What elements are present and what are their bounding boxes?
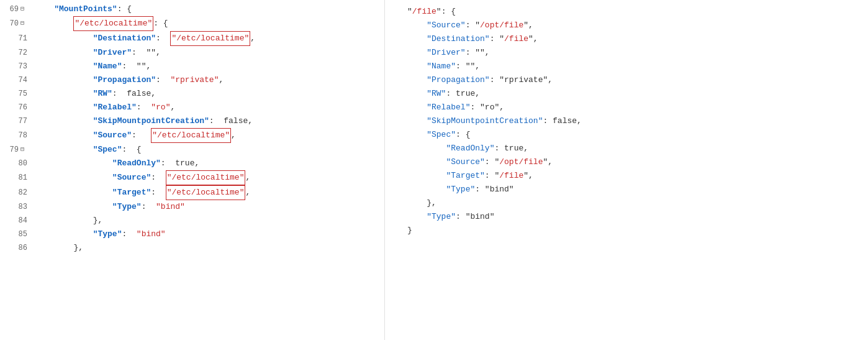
table-row: "Source": "/opt/file",	[407, 155, 868, 169]
code-token: "Name"	[427, 62, 456, 71]
code-token: ,	[248, 116, 253, 126]
line-content: "Type": "bind"	[407, 183, 868, 196]
table-row: 80 "ReadOnly": true,	[0, 157, 384, 170]
code-token: "Type"	[112, 202, 142, 211]
code-token: : "",	[122, 62, 151, 71]
code-token: : "ro",	[470, 103, 504, 112]
fold-icon[interactable]: ⊟	[19, 6, 26, 13]
line-number: 77	[0, 114, 32, 128]
code-token: : "	[466, 21, 480, 30]
code-token: ",	[523, 171, 533, 180]
code-token: ": {	[436, 7, 456, 16]
code-token: "ReadOnly"	[446, 144, 494, 153]
code-token: ,	[245, 173, 250, 182]
code-token: :	[151, 173, 165, 182]
code-token: "Type"	[93, 229, 122, 239]
line-content: "Source": "/etc/localtime",	[32, 170, 384, 185]
code-token: ,	[194, 159, 199, 168]
code-token: "Propagation"	[93, 75, 156, 85]
code-token: "SkipMountpointCreation"	[93, 116, 209, 126]
highlighted-value: "/etc/localtime"	[166, 185, 246, 200]
table-row: }	[407, 224, 868, 237]
table-row: "Name": "",	[407, 60, 868, 73]
line-content: },	[32, 241, 384, 255]
code-token: : {	[122, 145, 141, 154]
code-token: "Destination"	[93, 34, 156, 43]
line-content: "Name": "",	[32, 60, 384, 73]
table-row: "Type": "bind"	[407, 210, 868, 224]
table-row: "Spec": {	[407, 128, 868, 142]
code-token: },	[93, 216, 103, 225]
line-number: 72	[0, 46, 32, 60]
table-row: 76 "Relabel": "ro",	[0, 101, 384, 114]
code-token: : "",	[466, 48, 490, 57]
line-content: "Spec": {	[407, 128, 868, 142]
line-content: "Source": "/opt/file",	[407, 155, 868, 169]
fold-icon[interactable]: ⊟	[19, 20, 26, 27]
table-row: 72 "Driver": "",	[0, 46, 384, 60]
line-number: 83	[0, 200, 32, 214]
table-row: 74 "Propagation": "rprivate",	[0, 73, 384, 87]
code-token: "ReadOnly"	[112, 159, 161, 168]
line-number: 85	[0, 227, 32, 241]
line-number: 71	[0, 32, 32, 45]
fold-icon[interactable]: ⊟	[19, 146, 26, 154]
line-number: 81	[0, 171, 32, 185]
code-token: ,	[231, 131, 236, 140]
code-token: /file	[499, 171, 523, 180]
code-token: :	[112, 89, 127, 98]
line-number: 73	[0, 60, 32, 73]
code-token: },	[427, 198, 436, 208]
table-row: "/file": {	[407, 5, 868, 19]
code-token: : "rprivate",	[490, 75, 553, 85]
line-number: 86	[0, 241, 32, 255]
line-content: "Relabel": "ro",	[32, 101, 384, 114]
code-token: :	[122, 229, 136, 239]
code-token: ,	[245, 188, 250, 197]
table-row: "Relabel": "ro",	[407, 101, 868, 114]
code-token: "Source"	[427, 21, 465, 30]
table-row: },	[407, 196, 868, 210]
table-row: 73 "Name": "",	[0, 60, 384, 73]
table-row: 70⊟ "/etc/localtime": {	[0, 16, 384, 31]
code-token: :	[161, 159, 175, 168]
line-content: "Name": "",	[407, 60, 868, 73]
code-token: ,	[250, 34, 255, 43]
line-number: 75	[0, 87, 32, 101]
line-content: "Spec": {	[32, 143, 384, 157]
code-token: "Driver"	[427, 48, 465, 57]
table-row: 69⊟ "MountPoints": {	[0, 2, 384, 16]
line-content: "Target": "/file",	[407, 169, 868, 183]
code-token: : "	[485, 171, 499, 180]
code-token: "RW"	[427, 89, 446, 98]
code-token: "Relabel"	[93, 103, 137, 112]
editor-container: 69⊟ "MountPoints": {70⊟ "/etc/localtime"…	[0, 0, 868, 340]
table-row: 81 "Source": "/etc/localtime",	[0, 170, 384, 185]
code-token: "SkipMountpointCreation"	[427, 116, 543, 126]
line-content: "ReadOnly": true,	[32, 157, 384, 170]
code-token: ",	[543, 157, 553, 167]
line-content: "/etc/localtime": {	[32, 16, 384, 31]
line-content: }	[407, 224, 868, 237]
table-row: 86 },	[0, 241, 384, 255]
line-content: "Target": "/etc/localtime",	[32, 185, 384, 200]
table-row: 78 "Source": "/etc/localtime",	[0, 128, 384, 143]
code-token: : false,	[543, 116, 581, 126]
code-token: : {	[153, 19, 168, 28]
line-number: 84	[0, 214, 32, 227]
table-row: 82 "Target": "/etc/localtime",	[0, 185, 384, 200]
code-token: "bind"	[156, 202, 185, 211]
code-token: "RW"	[93, 89, 112, 98]
table-row: 75 "RW": false,	[0, 87, 384, 101]
line-number: 78	[0, 129, 32, 142]
table-row: "Driver": "",	[407, 46, 868, 60]
table-row: 79⊟ "Spec": {	[0, 143, 384, 157]
line-content: "Driver": "",	[32, 46, 384, 60]
right-panel: "/file": { "Source": "/opt/file", "Desti…	[385, 0, 868, 340]
code-token: "Spec"	[93, 145, 122, 154]
code-token: "Relabel"	[427, 103, 470, 112]
line-content: "RW": true,	[407, 87, 868, 101]
code-token: : true,	[446, 89, 480, 98]
code-token: : {	[117, 4, 132, 14]
code-token: "Target"	[112, 188, 151, 197]
